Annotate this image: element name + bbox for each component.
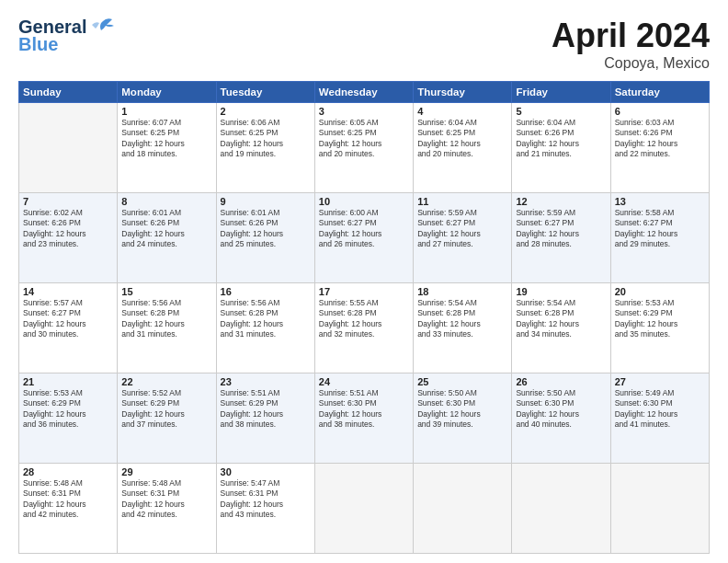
- sunset-text: Sunset: 6:25 PM: [319, 128, 409, 138]
- sunrise-text: Sunrise: 5:55 AM: [319, 298, 409, 308]
- sunrise-text: Sunrise: 6:01 AM: [121, 208, 211, 218]
- day-cell: 6Sunrise: 6:03 AMSunset: 6:26 PMDaylight…: [610, 103, 709, 193]
- title-block: April 2024 Copoya, Mexico: [552, 17, 710, 72]
- sunrise-text: Sunrise: 5:56 AM: [121, 298, 211, 308]
- day-number: 29: [121, 466, 211, 477]
- sunset-text: Sunset: 6:26 PM: [221, 218, 311, 228]
- day-info: Sunrise: 5:59 AMSunset: 6:27 PMDaylight:…: [516, 208, 606, 250]
- logo: General Blue: [18, 17, 116, 55]
- day-number: 16: [221, 286, 311, 297]
- logo-blue: Blue: [18, 34, 58, 55]
- day-cell: [414, 464, 512, 554]
- sunrise-text: Sunrise: 5:56 AM: [221, 298, 311, 308]
- week-row-1: 1Sunrise: 6:07 AMSunset: 6:25 PMDaylight…: [19, 103, 710, 193]
- daylight-line1: Daylight: 12 hours: [615, 319, 705, 329]
- day-number: 11: [417, 196, 507, 207]
- sunset-text: Sunset: 6:28 PM: [319, 308, 409, 318]
- day-cell: 16Sunrise: 5:56 AMSunset: 6:28 PMDayligh…: [216, 283, 314, 373]
- sunset-text: Sunset: 6:27 PM: [417, 218, 507, 228]
- daylight-line1: Daylight: 12 hours: [121, 409, 211, 419]
- sunset-text: Sunset: 6:25 PM: [221, 128, 311, 138]
- sunrise-text: Sunrise: 5:57 AM: [23, 298, 113, 308]
- sunset-text: Sunset: 6:29 PM: [615, 308, 705, 318]
- day-cell: 23Sunrise: 5:51 AMSunset: 6:29 PMDayligh…: [216, 373, 314, 464]
- day-cell: 17Sunrise: 5:55 AMSunset: 6:28 PMDayligh…: [314, 283, 413, 373]
- day-cell: 8Sunrise: 6:01 AMSunset: 6:26 PMDaylight…: [118, 193, 216, 283]
- day-info: Sunrise: 5:51 AMSunset: 6:30 PMDaylight:…: [319, 388, 409, 431]
- daylight-line1: Daylight: 12 hours: [23, 500, 113, 510]
- daylight-line2: and 35 minutes.: [615, 329, 705, 339]
- sunset-text: Sunset: 6:30 PM: [417, 398, 507, 408]
- day-number: 3: [319, 106, 409, 117]
- daylight-line2: and 26 minutes.: [319, 239, 409, 249]
- day-number: 15: [121, 286, 211, 297]
- day-info: Sunrise: 6:01 AMSunset: 6:26 PMDaylight:…: [121, 208, 211, 250]
- sunrise-text: Sunrise: 5:51 AM: [221, 388, 311, 398]
- daylight-line1: Daylight: 12 hours: [516, 139, 606, 149]
- day-info: Sunrise: 5:55 AMSunset: 6:28 PMDaylight:…: [319, 298, 409, 340]
- daylight-line2: and 20 minutes.: [417, 149, 507, 159]
- day-number: 2: [221, 106, 311, 117]
- daylight-line1: Daylight: 12 hours: [23, 229, 113, 239]
- day-number: 27: [615, 376, 705, 387]
- sunset-text: Sunset: 6:28 PM: [221, 308, 311, 318]
- week-row-3: 14Sunrise: 5:57 AMSunset: 6:27 PMDayligh…: [19, 283, 710, 373]
- sunset-text: Sunset: 6:29 PM: [121, 398, 211, 408]
- day-info: Sunrise: 5:50 AMSunset: 6:30 PMDaylight:…: [417, 388, 507, 431]
- day-cell: [314, 464, 413, 554]
- day-cell: 5Sunrise: 6:04 AMSunset: 6:26 PMDaylight…: [512, 103, 610, 193]
- day-cell: 13Sunrise: 5:58 AMSunset: 6:27 PMDayligh…: [610, 193, 709, 283]
- daylight-line2: and 34 minutes.: [516, 329, 606, 339]
- sunset-text: Sunset: 6:26 PM: [615, 128, 705, 138]
- sunrise-text: Sunrise: 6:03 AM: [615, 118, 705, 128]
- day-info: Sunrise: 6:06 AMSunset: 6:25 PMDaylight:…: [221, 118, 311, 160]
- daylight-line2: and 38 minutes.: [319, 419, 409, 430]
- day-cell: 11Sunrise: 5:59 AMSunset: 6:27 PMDayligh…: [414, 193, 512, 283]
- daylight-line2: and 42 minutes.: [23, 510, 113, 520]
- daylight-line2: and 27 minutes.: [417, 239, 507, 249]
- daylight-line2: and 31 minutes.: [121, 329, 211, 339]
- sunrise-text: Sunrise: 6:07 AM: [121, 118, 211, 128]
- sunrise-text: Sunrise: 5:53 AM: [615, 298, 705, 308]
- day-cell: 21Sunrise: 5:53 AMSunset: 6:29 PMDayligh…: [19, 373, 118, 464]
- daylight-line2: and 37 minutes.: [121, 419, 211, 430]
- daylight-line1: Daylight: 12 hours: [417, 139, 507, 149]
- sunrise-text: Sunrise: 6:04 AM: [516, 118, 606, 128]
- sunset-text: Sunset: 6:30 PM: [319, 398, 409, 408]
- day-cell: 25Sunrise: 5:50 AMSunset: 6:30 PMDayligh…: [414, 373, 512, 464]
- calendar-table: Sunday Monday Tuesday Wednesday Thursday…: [18, 81, 710, 554]
- daylight-line2: and 22 minutes.: [615, 149, 705, 159]
- col-thursday: Thursday: [414, 82, 512, 103]
- day-cell: 18Sunrise: 5:54 AMSunset: 6:28 PMDayligh…: [414, 283, 512, 373]
- day-cell: 27Sunrise: 5:49 AMSunset: 6:30 PMDayligh…: [610, 373, 709, 464]
- sunset-text: Sunset: 6:28 PM: [516, 308, 606, 318]
- sunrise-text: Sunrise: 5:58 AM: [615, 208, 705, 218]
- sunrise-text: Sunrise: 5:51 AM: [319, 388, 409, 398]
- daylight-line1: Daylight: 12 hours: [121, 500, 211, 510]
- daylight-line2: and 18 minutes.: [121, 149, 211, 159]
- day-cell: 29Sunrise: 5:48 AMSunset: 6:31 PMDayligh…: [118, 464, 216, 554]
- day-cell: 20Sunrise: 5:53 AMSunset: 6:29 PMDayligh…: [610, 283, 709, 373]
- daylight-line2: and 42 minutes.: [121, 510, 211, 520]
- day-number: 5: [516, 106, 606, 117]
- sunrise-text: Sunrise: 6:04 AM: [417, 118, 507, 128]
- daylight-line1: Daylight: 12 hours: [221, 500, 311, 510]
- day-info: Sunrise: 5:58 AMSunset: 6:27 PMDaylight:…: [615, 208, 705, 250]
- day-number: 24: [319, 376, 409, 387]
- sunrise-text: Sunrise: 6:00 AM: [319, 208, 409, 218]
- daylight-line1: Daylight: 12 hours: [221, 229, 311, 239]
- day-number: 30: [221, 466, 311, 477]
- day-info: Sunrise: 6:02 AMSunset: 6:26 PMDaylight:…: [23, 208, 113, 250]
- logo-bird-icon: [90, 17, 116, 38]
- sunset-text: Sunset: 6:30 PM: [516, 398, 606, 408]
- col-tuesday: Tuesday: [216, 82, 314, 103]
- daylight-line1: Daylight: 12 hours: [319, 139, 409, 149]
- sunrise-text: Sunrise: 6:02 AM: [23, 208, 113, 218]
- day-number: 21: [23, 376, 113, 387]
- sunset-text: Sunset: 6:29 PM: [221, 398, 311, 408]
- calendar-subtitle: Copoya, Mexico: [552, 55, 710, 72]
- day-cell: [610, 464, 709, 554]
- col-sunday: Sunday: [19, 82, 118, 103]
- day-info: Sunrise: 5:48 AMSunset: 6:31 PMDaylight:…: [23, 478, 113, 521]
- day-info: Sunrise: 5:54 AMSunset: 6:28 PMDaylight:…: [417, 298, 507, 340]
